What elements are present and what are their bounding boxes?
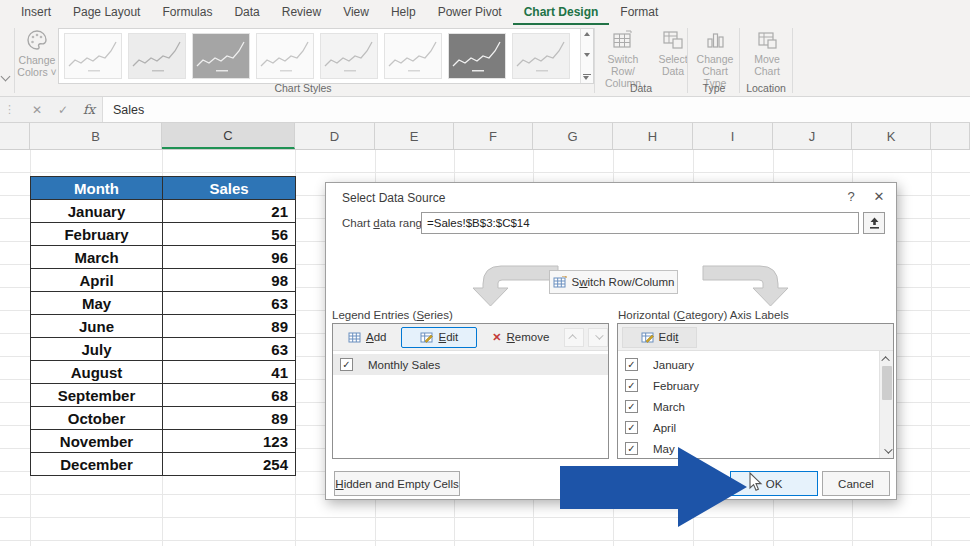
axis-scrollbar[interactable]: [879, 351, 893, 458]
select-data-label1: Select: [658, 53, 687, 65]
tab-chart-design[interactable]: Chart Design: [513, 5, 610, 25]
tab-formulas[interactable]: Formulas: [151, 5, 223, 25]
cell-sales[interactable]: 63: [163, 292, 296, 315]
tab-page-layout[interactable]: Page Layout: [62, 5, 151, 25]
column-header-e[interactable]: E: [375, 123, 454, 149]
table-header-month[interactable]: Month: [31, 177, 163, 200]
cell-month[interactable]: September: [31, 384, 163, 407]
curved-arrow-left-icon: [469, 263, 559, 309]
scroll-down-icon[interactable]: [880, 443, 894, 458]
cell-sales[interactable]: 21: [163, 200, 296, 223]
cell-month[interactable]: November: [31, 430, 163, 453]
cell-sales[interactable]: 89: [163, 407, 296, 430]
cell-month[interactable]: July: [31, 338, 163, 361]
edit-series-button[interactable]: Edit: [401, 327, 477, 348]
tab-review[interactable]: Review: [271, 5, 332, 25]
hidden-empty-cells-button[interactable]: Hidden and Empty Cells: [334, 471, 460, 496]
cell-sales[interactable]: 63: [163, 338, 296, 361]
cell-month[interactable]: June: [31, 315, 163, 338]
chart-style-thumbnail[interactable]: [192, 33, 250, 79]
column-header-i[interactable]: I: [693, 123, 773, 149]
tab-view[interactable]: View: [332, 5, 380, 25]
cell-sales[interactable]: 56: [163, 223, 296, 246]
cell-month[interactable]: February: [31, 223, 163, 246]
tab-format[interactable]: Format: [609, 5, 669, 25]
move-series-down-button[interactable]: [588, 328, 608, 347]
cell-sales[interactable]: 96: [163, 246, 296, 269]
cell-sales[interactable]: 98: [163, 269, 296, 292]
cell-month[interactable]: March: [31, 246, 163, 269]
column-header-partial[interactable]: [931, 123, 970, 149]
scrollbar-thumb[interactable]: [882, 366, 892, 400]
cell-month[interactable]: December: [31, 453, 163, 476]
chart-style-thumbnail[interactable]: [384, 33, 442, 79]
formula-bar: ⋮ ✕ ✓ fx Sales: [0, 97, 970, 123]
cell-month[interactable]: October: [31, 407, 163, 430]
axis-list-item[interactable]: ✓April: [618, 417, 893, 438]
cell-sales[interactable]: 254: [163, 453, 296, 476]
gallery-scroll-down-icon[interactable]: [584, 53, 590, 57]
cell-month[interactable]: August: [31, 361, 163, 384]
tab-help[interactable]: Help: [380, 5, 427, 25]
scroll-up-icon[interactable]: [880, 351, 894, 366]
series-list-item[interactable]: ✓ Monthly Sales: [333, 354, 608, 375]
cell-month[interactable]: May: [31, 292, 163, 315]
cell-sales[interactable]: 41: [163, 361, 296, 384]
chart-style-thumbnail[interactable]: [128, 33, 186, 79]
edit-axis-button[interactable]: Edit: [622, 327, 697, 348]
axis-checkbox[interactable]: ✓: [625, 358, 638, 371]
cell-month[interactable]: April: [31, 269, 163, 292]
axis-checkbox[interactable]: ✓: [625, 421, 638, 434]
tab-data[interactable]: Data: [223, 5, 270, 25]
tab-insert[interactable]: Insert: [10, 5, 62, 25]
axis-checkbox[interactable]: ✓: [625, 400, 638, 413]
axis-list-item[interactable]: ✓March: [618, 396, 893, 417]
insert-function-icon[interactable]: fx: [76, 102, 102, 117]
column-header-h[interactable]: H: [613, 123, 693, 149]
column-header-d[interactable]: D: [295, 123, 375, 149]
chart-style-thumbnail[interactable]: [512, 33, 570, 79]
column-header-f[interactable]: F: [454, 123, 533, 149]
close-icon[interactable]: ✕: [869, 189, 889, 204]
formula-input[interactable]: Sales: [102, 97, 970, 122]
column-header-j[interactable]: J: [773, 123, 852, 149]
formula-enter-icon[interactable]: ✓: [50, 103, 76, 117]
axis-list-item[interactable]: ✓February: [618, 375, 893, 396]
chart-style-thumbnail[interactable]: [64, 33, 122, 79]
add-series-button[interactable]: Add: [337, 327, 397, 348]
formula-cancel-icon[interactable]: ✕: [24, 103, 50, 117]
axis-item-label: April: [653, 422, 676, 434]
cell-sales[interactable]: 123: [163, 430, 296, 453]
column-header-b[interactable]: B: [30, 123, 162, 149]
edit-table-icon: [420, 332, 433, 343]
cell-sales[interactable]: 68: [163, 384, 296, 407]
column-header-partial[interactable]: [0, 123, 30, 149]
column-header-c[interactable]: C: [162, 123, 295, 149]
chart-data-range-input[interactable]: =Sales!$B$3:$C$14: [421, 212, 859, 234]
series-checkbox[interactable]: ✓: [340, 358, 353, 371]
gallery-scroll-up-icon[interactable]: [584, 32, 590, 36]
move-chart-label2: Chart: [754, 65, 780, 77]
gallery-more-icon[interactable]: [583, 74, 591, 81]
move-series-up-button[interactable]: [564, 328, 584, 347]
cancel-button[interactable]: Cancel: [822, 471, 890, 496]
column-header-g[interactable]: G: [533, 123, 613, 149]
chevron-down-icon[interactable]: [1, 72, 11, 82]
chart-style-thumbnail[interactable]: [320, 33, 378, 79]
help-icon[interactable]: ?: [841, 189, 861, 204]
cell-month[interactable]: January: [31, 200, 163, 223]
switch-row-column-button[interactable]: Switch Row/Column: [549, 270, 678, 294]
sales-table: Month Sales January21 February56 March96…: [30, 176, 296, 476]
cell-sales[interactable]: 89: [163, 315, 296, 338]
axis-labels-listbox: Edit ✓January ✓February ✓March ✓April ✓M…: [617, 323, 894, 459]
axis-list-item[interactable]: ✓January: [618, 354, 893, 375]
collapse-dialog-button[interactable]: [863, 212, 885, 234]
change-colors-button[interactable]: Change Colors ˅: [16, 29, 58, 93]
axis-checkbox[interactable]: ✓: [625, 379, 638, 392]
chart-style-thumbnail[interactable]: [448, 33, 506, 79]
tab-power-pivot[interactable]: Power Pivot: [427, 5, 513, 25]
remove-series-button[interactable]: ✕ Remove: [481, 327, 560, 348]
chart-style-thumbnail[interactable]: [256, 33, 314, 79]
table-header-sales[interactable]: Sales: [163, 177, 296, 200]
column-header-k[interactable]: K: [852, 123, 931, 149]
